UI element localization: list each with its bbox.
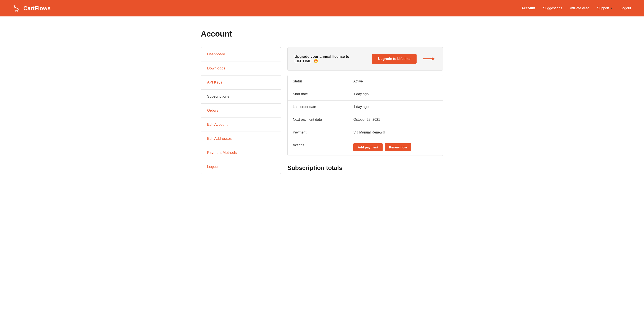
upgrade-banner: Upgrade your annual license to LIFETIME!… <box>288 47 443 70</box>
nav-support[interactable]: Support ▼ <box>597 6 612 10</box>
sidebar-item-orders[interactable]: Orders <box>201 104 281 118</box>
table-row: Start date 1 day ago <box>288 88 443 100</box>
add-payment-button[interactable]: Add payment <box>354 143 382 151</box>
table-value-last-order: 1 day ago <box>348 100 443 113</box>
subscription-table: Status Active Start date 1 day ago Last … <box>288 75 443 156</box>
svg-point-0 <box>15 10 16 12</box>
table-row-actions: Actions Add payment Renew now <box>288 139 443 156</box>
main-nav: Account Suggestions Affiliate Area Suppo… <box>522 6 631 10</box>
table-value-payment: Via Manual Renewal <box>348 126 443 139</box>
renew-now-button[interactable]: Renew now <box>385 143 411 151</box>
nav-account[interactable]: Account <box>522 6 535 10</box>
table-value-status: Active <box>348 75 443 88</box>
nav-affiliate[interactable]: Affiliate Area <box>570 6 590 10</box>
table-label-next-payment: Next payment date <box>288 114 348 126</box>
right-panel: Upgrade your annual license to LIFETIME!… <box>288 47 443 171</box>
table-row: Payment Via Manual Renewal <box>288 126 443 139</box>
table-label-last-order: Last order date <box>288 100 348 113</box>
chevron-down-icon: ▼ <box>610 7 612 10</box>
content-layout: Dashboard Downloads API Keys Subscriptio… <box>201 47 443 174</box>
nav-support-link[interactable]: Support <box>597 6 609 10</box>
upgrade-text: Upgrade your annual license to LIFETIME!… <box>294 54 368 64</box>
table-label-payment: Payment <box>288 126 348 139</box>
sidebar-item-subscriptions[interactable]: Subscriptions <box>201 90 281 104</box>
table-value-next-payment: October 28, 2021 <box>348 114 443 126</box>
table-value-start-date: 1 day ago <box>348 88 443 100</box>
arrow-indicator <box>423 56 436 62</box>
table-label-actions: Actions <box>288 139 348 156</box>
sidebar-item-edit-account[interactable]: Edit Account <box>201 118 281 132</box>
header: CartFlows Account Suggestions Affiliate … <box>0 0 644 16</box>
arrow-right-icon <box>423 56 436 62</box>
sidebar: Dashboard Downloads API Keys Subscriptio… <box>201 47 281 174</box>
sidebar-item-downloads[interactable]: Downloads <box>201 62 281 76</box>
table-row: Last order date 1 day ago <box>288 100 443 114</box>
table-label-status: Status <box>288 75 348 88</box>
nav-suggestions[interactable]: Suggestions <box>543 6 562 10</box>
sidebar-item-dashboard[interactable]: Dashboard <box>201 48 281 62</box>
main-content: Account Dashboard Downloads API Keys Sub… <box>192 16 452 187</box>
sidebar-item-logout[interactable]: Logout <box>201 160 281 174</box>
brand-name: CartFlows <box>23 5 51 12</box>
table-row: Status Active <box>288 75 443 88</box>
table-value-actions: Add payment Renew now <box>348 139 443 156</box>
sidebar-item-api-keys[interactable]: API Keys <box>201 76 281 90</box>
svg-point-1 <box>17 10 18 12</box>
upgrade-to-lifetime-button[interactable]: Upgrade to Lifetime <box>372 54 416 64</box>
page-title: Account <box>201 30 443 38</box>
subscription-totals-title: Subscription totals <box>288 164 443 171</box>
table-label-start-date: Start date <box>288 88 348 100</box>
svg-marker-3 <box>432 57 435 60</box>
sidebar-item-payment-methods[interactable]: Payment Methods <box>201 146 281 160</box>
logo-icon <box>13 4 21 12</box>
sidebar-item-edit-addresses[interactable]: Edit Addresses <box>201 132 281 146</box>
table-row: Next payment date October 28, 2021 <box>288 114 443 126</box>
logo[interactable]: CartFlows <box>13 4 51 12</box>
nav-logout[interactable]: Logout <box>620 6 631 10</box>
